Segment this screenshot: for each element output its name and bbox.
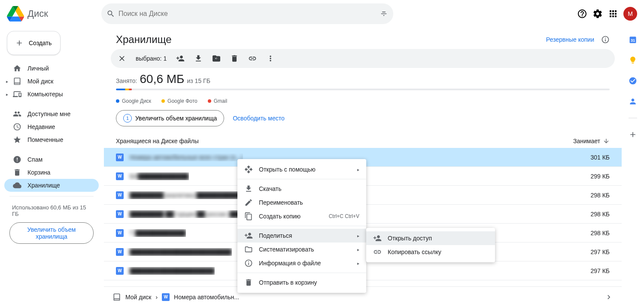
- storage-used-value: 60,6 МБ: [140, 72, 185, 86]
- menu-item-rename[interactable]: Переименовать: [237, 196, 366, 209]
- menu-item-share[interactable]: Поделиться▸: [237, 229, 366, 243]
- settings-icon[interactable]: [592, 9, 603, 19]
- nav-label: Мой диск: [27, 78, 53, 85]
- search-input[interactable]: [115, 10, 380, 18]
- word-file-icon: W: [162, 293, 170, 301]
- chevron-collapse-icon[interactable]: [605, 293, 613, 301]
- keep-panel-icon[interactable]: [629, 56, 637, 64]
- context-menu: Открыть с помощью▸СкачатьПереименоватьСо…: [237, 159, 366, 293]
- file-size: 297 КБ: [590, 249, 610, 255]
- search-icon: [106, 9, 115, 18]
- close-selection-icon[interactable]: [118, 54, 126, 63]
- file-size: 299 КБ: [590, 173, 610, 180]
- cloud-icon: [13, 181, 21, 190]
- menu-label: Переименовать: [259, 199, 303, 206]
- menu-label: Отправить в корзину: [259, 279, 317, 286]
- file-name: ████████████████████████: [130, 249, 232, 255]
- menu-item-person-add[interactable]: Открыть доступ: [366, 231, 495, 245]
- download-icon[interactable]: [194, 54, 203, 63]
- word-file-icon: W: [116, 267, 124, 275]
- menu-item-organize[interactable]: Систематизировать▸: [237, 243, 366, 256]
- legend-item: Gmail: [208, 98, 227, 104]
- free-space-link[interactable]: Освободить место: [233, 115, 285, 122]
- menu-item-open-with[interactable]: Открыть с помощью▸: [237, 163, 366, 176]
- link-icon[interactable]: [248, 54, 257, 63]
- breadcrumb-file[interactable]: Номера автомобильн...: [174, 294, 239, 301]
- upgrade-storage-button[interactable]: 1 Увеличить объем хранилища: [116, 110, 224, 126]
- delete-icon[interactable]: [230, 54, 239, 63]
- move-icon[interactable]: [212, 54, 221, 63]
- storage-usage-text: Использовано 60,6 МБ из 15 ГБ: [4, 201, 99, 219]
- word-file-icon: W: [116, 229, 124, 237]
- apps-icon[interactable]: [608, 9, 618, 19]
- app-logo[interactable]: Диск: [7, 5, 101, 22]
- word-file-icon: W: [116, 248, 124, 256]
- info-icon: [244, 259, 253, 267]
- help-icon[interactable]: [577, 9, 587, 19]
- page-title: Хранилище: [116, 34, 172, 46]
- word-file-icon: W: [116, 210, 124, 218]
- menu-item-link[interactable]: Копировать ссылку: [366, 245, 495, 259]
- backup-link[interactable]: Резервные копии: [546, 36, 594, 43]
- more-icon[interactable]: [266, 54, 275, 63]
- breadcrumb-root[interactable]: Мой диск: [125, 294, 151, 301]
- sidebar-upgrade-button[interactable]: Увеличить объем хранилища: [9, 222, 94, 244]
- file-size: 297 КБ: [590, 267, 610, 274]
- calendar-panel-icon[interactable]: 31: [629, 35, 637, 44]
- shortcut-text: Ctrl+C Ctrl+V: [329, 213, 359, 219]
- nav-label: Спам: [27, 156, 43, 163]
- expand-chevron-icon[interactable]: ▸: [6, 79, 8, 84]
- menu-item-trash[interactable]: Отправить в корзину: [237, 276, 366, 289]
- legend-item: Google Фото: [161, 98, 197, 104]
- sidebar-item-shared[interactable]: Доступные мне: [4, 107, 99, 120]
- sidebar-item-home[interactable]: Личный: [4, 62, 99, 75]
- nav-label: Недавние: [27, 123, 55, 130]
- share-icon[interactable]: [176, 54, 185, 63]
- selection-toolbar: выбрано: 1: [111, 49, 615, 68]
- search-filter-icon[interactable]: [380, 9, 388, 18]
- sidebar-item-trash[interactable]: Корзина: [4, 166, 99, 179]
- selection-count: выбрано: 1: [136, 55, 167, 62]
- sidebar-item-devices[interactable]: ▸Компьютеры: [4, 88, 99, 101]
- tasks-panel-icon[interactable]: [629, 77, 637, 85]
- svg-text:31: 31: [631, 38, 635, 43]
- word-file-icon: W: [116, 154, 124, 161]
- submenu-arrow-icon: ▸: [357, 261, 359, 266]
- sidebar-item-spam[interactable]: Спам: [4, 153, 99, 166]
- account-avatar[interactable]: М: [623, 7, 637, 21]
- menu-item-info[interactable]: Информация о файле▸: [237, 256, 366, 270]
- organize-icon: [244, 245, 253, 254]
- create-label: Создать: [29, 40, 52, 46]
- person-add-icon: [373, 234, 382, 243]
- sidebar-item-cloud[interactable]: Хранилище: [4, 179, 99, 192]
- file-size: 301 КБ: [590, 154, 610, 161]
- shared-icon: [13, 110, 21, 118]
- create-button[interactable]: Создать: [7, 31, 61, 55]
- file-size: 298 КБ: [590, 192, 610, 199]
- storage-bar: [116, 89, 610, 90]
- column-size-header[interactable]: Занимает: [573, 138, 610, 144]
- search-bar[interactable]: [101, 3, 393, 24]
- column-name-header[interactable]: Хранящиеся на Диске файлы: [116, 138, 199, 144]
- trash-icon: [13, 168, 21, 177]
- share-submenu: Открыть доступКопировать ссылку: [366, 228, 495, 262]
- one-badge-icon: 1: [123, 114, 132, 123]
- app-name: Диск: [27, 8, 48, 19]
- nav-label: Корзина: [27, 169, 50, 176]
- sidebar-item-clock[interactable]: Недавние: [4, 120, 99, 133]
- menu-label: Информация о файле: [259, 260, 321, 267]
- contacts-panel-icon[interactable]: [629, 97, 637, 106]
- sidebar: Создать Личный▸Мой диск▸Компьютеры Досту…: [0, 28, 103, 307]
- menu-item-copy[interactable]: Создать копиюCtrl+C Ctrl+V: [237, 209, 366, 223]
- sidebar-item-drive[interactable]: ▸Мой диск: [4, 75, 99, 88]
- file-name: Т ████████████: [130, 230, 186, 236]
- clock-icon: [13, 123, 21, 131]
- info-icon[interactable]: [601, 35, 610, 44]
- app-header: Диск М: [0, 0, 644, 28]
- menu-item-download[interactable]: Скачать: [237, 182, 366, 196]
- sidebar-item-star[interactable]: Помеченные: [4, 133, 99, 146]
- expand-chevron-icon[interactable]: ▸: [6, 92, 8, 97]
- word-file-icon: W: [116, 191, 124, 199]
- add-panel-icon[interactable]: [629, 130, 637, 139]
- menu-label: Создать копию: [259, 213, 301, 220]
